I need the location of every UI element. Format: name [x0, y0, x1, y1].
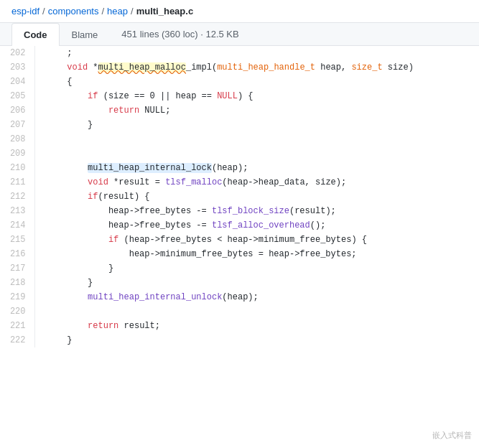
line-code	[34, 146, 479, 161]
line-number: 220	[0, 304, 34, 319]
line-number: 203	[0, 60, 34, 75]
breadcrumb-components[interactable]: components	[48, 6, 99, 17]
breadcrumb-sep-3: /	[131, 6, 134, 17]
line-number: 215	[0, 233, 34, 247]
line-number: 213	[0, 204, 34, 218]
code-table: 202 ;203 void *multi_heap_malloc_impl(mu…	[0, 46, 479, 347]
line-number: 221	[0, 319, 34, 333]
line-code: void *result = tlsf_malloc(heap->heap_da…	[34, 175, 479, 190]
table-row: 219 multi_heap_internal_unlock(heap);	[0, 290, 479, 304]
line-code: }	[34, 118, 479, 132]
table-row: 215 if (heap->free_bytes < heap->minimum…	[0, 233, 479, 247]
table-row: 202 ;	[0, 46, 479, 60]
line-number: 211	[0, 175, 34, 190]
line-number: 205	[0, 89, 34, 103]
line-code: multi_heap_internal_lock(heap);	[34, 161, 479, 175]
breadcrumb: esp-idf / components / heap / multi_heap…	[0, 0, 479, 23]
line-code: }	[34, 333, 479, 347]
table-row: 210 multi_heap_internal_lock(heap);	[0, 161, 479, 175]
code-container: 202 ;203 void *multi_heap_malloc_impl(mu…	[0, 46, 479, 347]
table-row: 208	[0, 132, 479, 146]
line-number: 204	[0, 75, 34, 89]
table-row: 217 }	[0, 261, 479, 276]
table-row: 204 {	[0, 75, 479, 89]
breadcrumb-sep-2: /	[101, 6, 104, 17]
table-row: 213 heap->free_bytes -= tlsf_block_size(…	[0, 204, 479, 218]
line-number: 214	[0, 218, 34, 233]
line-code: {	[34, 75, 479, 89]
line-number: 219	[0, 290, 34, 304]
table-row: 212 if(result) {	[0, 190, 479, 204]
line-number: 218	[0, 276, 34, 290]
line-number: 209	[0, 146, 34, 161]
line-code: return result;	[34, 319, 479, 333]
line-code: }	[34, 261, 479, 276]
watermark: 嵌入式科普	[432, 430, 472, 441]
line-number: 216	[0, 247, 34, 261]
line-code: if (heap->free_bytes < heap->minimum_fre…	[34, 233, 479, 247]
line-code: }	[34, 276, 479, 290]
line-number: 217	[0, 261, 34, 276]
breadcrumb-esp-idf[interactable]: esp-idf	[11, 6, 39, 17]
breadcrumb-filename: multi_heap.c	[136, 6, 193, 17]
table-row: 218 }	[0, 276, 479, 290]
tab-blame[interactable]: Blame	[60, 23, 111, 46]
line-code: ;	[34, 46, 479, 60]
line-code: heap->free_bytes -= tlsf_alloc_overhead(…	[34, 218, 479, 233]
table-row: 205 if (size == 0 || heap == NULL) {	[0, 89, 479, 103]
table-row: 207 }	[0, 118, 479, 132]
table-row: 221 return result;	[0, 319, 479, 333]
line-number: 207	[0, 118, 34, 132]
line-number: 206	[0, 103, 34, 118]
breadcrumb-sep-1: /	[42, 6, 45, 17]
tab-bar: Code Blame 451 lines (360 loc) · 12.5 KB	[0, 23, 479, 46]
line-code: if (size == 0 || heap == NULL) {	[34, 89, 479, 103]
file-info: 451 lines (360 loc) · 12.5 KB	[121, 29, 238, 39]
table-row: 214 heap->free_bytes -= tlsf_alloc_overh…	[0, 218, 479, 233]
line-code: if(result) {	[34, 190, 479, 204]
table-row: 209	[0, 146, 479, 161]
line-code: void *multi_heap_malloc_impl(multi_heap_…	[34, 60, 479, 75]
table-row: 203 void *multi_heap_malloc_impl(multi_h…	[0, 60, 479, 75]
breadcrumb-heap[interactable]: heap	[107, 6, 128, 17]
line-code: heap->free_bytes -= tlsf_block_size(resu…	[34, 204, 479, 218]
line-number: 210	[0, 161, 34, 175]
line-number: 212	[0, 190, 34, 204]
table-row: 216 heap->minimum_free_bytes = heap->fre…	[0, 247, 479, 261]
line-code: return NULL;	[34, 103, 479, 118]
line-number: 202	[0, 46, 34, 60]
table-row: 222 }	[0, 333, 479, 347]
line-number: 222	[0, 333, 34, 347]
tab-code[interactable]: Code	[11, 23, 60, 46]
table-row: 206 return NULL;	[0, 103, 479, 118]
line-code	[34, 132, 479, 146]
line-code: multi_heap_internal_unlock(heap);	[34, 290, 479, 304]
table-row: 211 void *result = tlsf_malloc(heap->hea…	[0, 175, 479, 190]
line-code: heap->minimum_free_bytes = heap->free_by…	[34, 247, 479, 261]
line-number: 208	[0, 132, 34, 146]
line-code	[34, 304, 479, 319]
table-row: 220	[0, 304, 479, 319]
